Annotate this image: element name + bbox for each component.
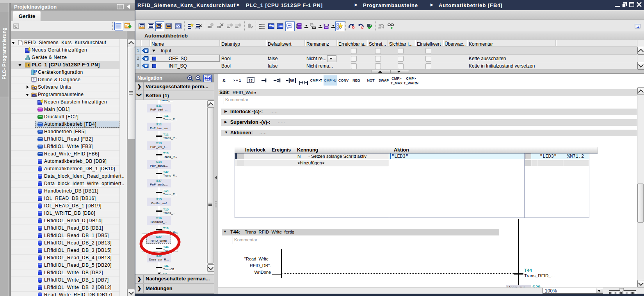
svg-text:??: ?? xyxy=(249,78,253,82)
svg-text:?: ? xyxy=(33,78,35,81)
svg-text:W: W xyxy=(290,78,294,83)
svg-text:==: == xyxy=(301,76,305,79)
